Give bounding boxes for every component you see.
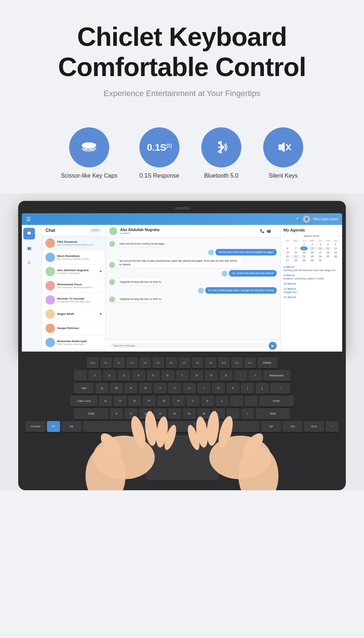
chat-item-4[interactable]: Nurman Tri Gunstar Semangat kita bisa ja… bbox=[42, 293, 105, 307]
key-alt-left[interactable]: Alt bbox=[62, 421, 82, 432]
key-fn[interactable]: Fn bbox=[47, 421, 60, 432]
key-e[interactable]: E bbox=[124, 383, 138, 394]
key-f10[interactable]: F10 bbox=[218, 357, 230, 368]
cal-cell[interactable]: 27 bbox=[284, 258, 291, 262]
key-end[interactable]: End bbox=[304, 421, 324, 432]
key-equals[interactable]: = bbox=[249, 370, 262, 381]
cal-cell[interactable]: 25 bbox=[324, 254, 332, 258]
new-chat-button[interactable]: NEW bbox=[89, 228, 102, 233]
key-tab[interactable]: Tab bbox=[74, 383, 94, 394]
key-y[interactable]: Y bbox=[168, 383, 181, 394]
key-2[interactable]: 2 bbox=[103, 370, 116, 381]
cal-cell[interactable]: 26 bbox=[332, 254, 339, 258]
chat-input[interactable] bbox=[109, 343, 266, 348]
key-shift-right[interactable]: Shift bbox=[256, 408, 290, 419]
cal-cell[interactable]: 19 bbox=[332, 250, 339, 254]
cal-cell[interactable]: 7 bbox=[291, 246, 300, 250]
key-o[interactable]: O bbox=[212, 383, 225, 394]
key-capslock[interactable]: Caps Lock bbox=[70, 396, 98, 407]
cal-cell[interactable]: 23 bbox=[308, 254, 316, 258]
cal-cell[interactable]: 18 bbox=[324, 250, 332, 254]
key-7[interactable]: 7 bbox=[176, 370, 189, 381]
cal-cell-highlighted[interactable]: 11 bbox=[324, 246, 332, 250]
key-5[interactable]: 5 bbox=[147, 370, 160, 381]
chat-item-1[interactable]: Moch Ramdhani Ayo menang contest $ 5000.… bbox=[42, 250, 105, 265]
key-k[interactable]: K bbox=[201, 396, 214, 407]
cal-cell[interactable]: 2 bbox=[308, 242, 316, 246]
key-g[interactable]: G bbox=[157, 396, 170, 407]
cal-cell[interactable]: 3 bbox=[317, 242, 324, 246]
key-backslash[interactable]: \ bbox=[270, 383, 290, 394]
key-shift-left[interactable]: Shift bbox=[74, 408, 108, 419]
key-8[interactable]: 8 bbox=[190, 370, 203, 381]
cal-cell-highlighted[interactable]: 9 bbox=[308, 246, 316, 250]
key-f5[interactable]: F5 bbox=[153, 357, 164, 368]
agenda-more-icon[interactable]: ⋮ bbox=[336, 229, 339, 233]
key-d[interactable]: D bbox=[128, 396, 141, 407]
key-9[interactable]: 9 bbox=[205, 370, 218, 381]
key-f[interactable]: F bbox=[143, 396, 156, 407]
chat-item-2[interactable]: Abu Abdullah Nugraha is typing a message… bbox=[42, 265, 105, 279]
key-l[interactable]: L bbox=[215, 396, 229, 407]
cal-cell-today[interactable]: 8 bbox=[300, 246, 308, 250]
key-4[interactable]: 4 bbox=[132, 370, 145, 381]
cal-cell[interactable]: 17 bbox=[317, 250, 324, 254]
cal-cell[interactable]: 12 bbox=[332, 246, 339, 250]
key-minus[interactable]: - bbox=[234, 370, 247, 381]
key-m[interactable]: M bbox=[197, 408, 210, 419]
key-quote[interactable]: ' bbox=[245, 396, 258, 407]
key-f6[interactable]: F6 bbox=[166, 357, 177, 368]
key-f3[interactable]: F3 bbox=[126, 357, 138, 368]
cal-cell-highlighted[interactable]: 10 bbox=[317, 246, 324, 250]
key-f2[interactable]: F2 bbox=[113, 357, 125, 368]
calendar-next-icon[interactable]: › bbox=[338, 234, 339, 238]
chat-item-6[interactable]: Saepul Rohman bbox=[42, 321, 105, 336]
key-3[interactable]: 3 bbox=[118, 370, 131, 381]
chat-item-3[interactable]: Muhammad Fauzi Aku terlupkan seperti buc… bbox=[42, 279, 105, 293]
key-semicolon[interactable]: ; bbox=[230, 396, 243, 407]
touchpad[interactable] bbox=[146, 436, 218, 479]
cal-cell[interactable]: 30 bbox=[308, 258, 316, 262]
cal-cell[interactable]: 20 bbox=[284, 254, 291, 258]
key-backspace[interactable]: Backspace bbox=[263, 370, 290, 381]
key-w[interactable]: W bbox=[110, 383, 123, 394]
key-ctrl-right[interactable]: Ctrl bbox=[282, 421, 302, 432]
cal-cell[interactable]: 31 bbox=[317, 258, 324, 262]
call-icon[interactable]: 📞 bbox=[260, 229, 264, 233]
key-control[interactable]: Control bbox=[25, 421, 46, 432]
key-f11[interactable]: F11 bbox=[231, 357, 243, 368]
cal-cell[interactable]: 29 bbox=[300, 258, 308, 262]
key-arrow-right[interactable]: → bbox=[325, 421, 339, 432]
nav-contacts-icon[interactable]: 👥 bbox=[23, 242, 35, 254]
key-n[interactable]: N bbox=[183, 408, 196, 419]
key-rbracket[interactable]: ] bbox=[256, 383, 269, 394]
cal-cell[interactable]: 24 bbox=[317, 254, 324, 258]
key-comma[interactable]: , bbox=[212, 408, 225, 419]
key-c[interactable]: C bbox=[139, 408, 152, 419]
key-j[interactable]: J bbox=[186, 396, 199, 407]
key-p[interactable]: P bbox=[226, 383, 240, 394]
calendar-prev-icon[interactable]: ‹ bbox=[284, 234, 285, 238]
cal-cell[interactable]: 5 bbox=[332, 242, 339, 246]
key-slash[interactable]: / bbox=[241, 408, 254, 419]
cal-cell[interactable]: 15 bbox=[300, 250, 308, 254]
cal-cell[interactable]: 28 bbox=[291, 258, 300, 262]
key-esc[interactable]: Esc bbox=[87, 357, 99, 368]
key-period[interactable]: . bbox=[226, 408, 240, 419]
key-f7[interactable]: F7 bbox=[179, 357, 190, 368]
key-u[interactable]: U bbox=[183, 383, 196, 394]
key-lbracket[interactable]: [ bbox=[241, 383, 254, 394]
video-icon[interactable]: 📹 bbox=[266, 229, 271, 233]
key-s[interactable]: S bbox=[114, 396, 127, 407]
cal-cell[interactable]: 16 bbox=[308, 250, 316, 254]
nav-menu-icon[interactable]: ☰ bbox=[23, 257, 35, 269]
key-0[interactable]: 0 bbox=[219, 370, 233, 381]
key-f12[interactable]: F12 bbox=[244, 357, 256, 368]
key-t[interactable]: T bbox=[154, 383, 167, 394]
cal-cell[interactable]: 1 bbox=[300, 242, 308, 246]
key-x[interactable]: X bbox=[124, 408, 138, 419]
chat-item-7[interactable]: Muhamad Aldiansyah Bikin tira toko sekar… bbox=[42, 336, 105, 350]
key-enter[interactable]: Enter bbox=[259, 396, 294, 407]
key-delete[interactable]: Delete bbox=[257, 357, 277, 368]
key-r[interactable]: R bbox=[139, 383, 152, 394]
